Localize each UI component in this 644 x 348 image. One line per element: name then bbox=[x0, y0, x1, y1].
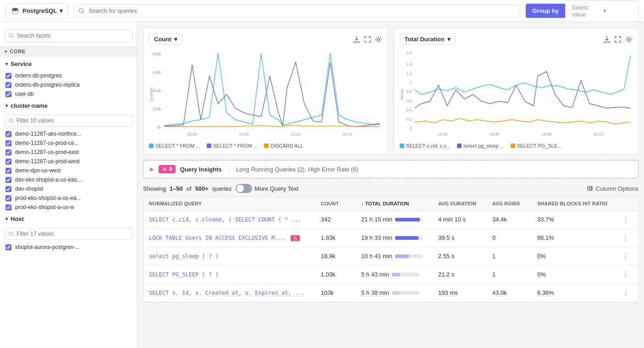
th-total-duration[interactable]: ↓ Total Duration bbox=[361, 201, 435, 206]
showing-suffix: queries bbox=[212, 185, 232, 192]
search-facets-input[interactable] bbox=[17, 33, 128, 39]
list-item[interactable]: shopist-aurora-postgres-... bbox=[0, 243, 137, 252]
duration-bar-wrap-0 bbox=[395, 218, 423, 221]
host-cb-0[interactable] bbox=[6, 244, 11, 250]
count-chart-legend: SELECT * FROM ... SELECT * FROM ... DISC… bbox=[149, 143, 382, 149]
cluster-cb-2[interactable] bbox=[6, 149, 11, 155]
list-item[interactable]: dev-eks-shopist-a-us-eas... bbox=[0, 175, 137, 184]
service-items: orders-db-postgres orders-db-postgres-re… bbox=[0, 71, 137, 99]
table-row[interactable]: SELECT PG_SLEEP ( ? ) 1.03k 5 h 43 min 2… bbox=[143, 265, 638, 284]
th-avg-duration[interactable]: Avg Duration bbox=[438, 201, 489, 206]
service-subsection[interactable]: ▾ Service bbox=[0, 57, 137, 71]
list-item[interactable]: demo-11287-aks-northce... bbox=[0, 129, 137, 138]
more-query-toggle[interactable] bbox=[236, 184, 252, 193]
core-section-header[interactable]: ▾ CORE bbox=[0, 46, 137, 57]
list-item[interactable]: prod-eks-shopist-a-us-ea... bbox=[0, 193, 137, 203]
table-row[interactable]: select pg_sleep ( ? ) 18.9k 10 h 41 min … bbox=[143, 247, 638, 265]
cluster-cb-8[interactable] bbox=[6, 204, 11, 210]
cluster-cb-4[interactable] bbox=[6, 168, 11, 174]
host-filter-wrap[interactable] bbox=[5, 228, 132, 240]
avg-rows-1: 0 bbox=[492, 234, 534, 241]
host-chevron-icon: ▾ bbox=[6, 216, 8, 221]
row-menu-4[interactable]: ⋮ bbox=[619, 288, 633, 297]
list-item[interactable]: demo-dpn-us-west bbox=[0, 166, 137, 175]
list-item[interactable]: orders-db-postgres bbox=[0, 71, 137, 80]
cluster-cb-5[interactable] bbox=[6, 177, 11, 183]
column-options-button[interactable]: Column Options bbox=[587, 185, 638, 192]
svg-text:0: 0 bbox=[409, 126, 412, 131]
insights-icon bbox=[162, 166, 167, 172]
count-chart-title-btn[interactable]: Count ▾ bbox=[149, 33, 182, 45]
cluster-subsection[interactable]: ▾ cluster-name bbox=[0, 99, 137, 113]
list-item[interactable]: dev-shopist bbox=[0, 184, 137, 193]
cluster-cb-7[interactable] bbox=[6, 195, 11, 201]
row-menu-1[interactable]: ⋮ bbox=[619, 233, 633, 242]
duration-chart-title-btn[interactable]: Total Duration ▾ bbox=[400, 33, 456, 45]
duration-bar-wrap-3 bbox=[392, 273, 419, 276]
list-item[interactable]: demo-11287-us-prod-west bbox=[0, 157, 137, 166]
th-count[interactable]: Count bbox=[321, 201, 358, 206]
list-item[interactable]: prod-eks-shopist-a-us-w bbox=[0, 203, 137, 212]
duration-chart-settings-icon[interactable] bbox=[625, 36, 633, 43]
cluster-cb-6[interactable] bbox=[6, 186, 11, 192]
group-by-value: Select value bbox=[572, 4, 600, 18]
group-by-select[interactable]: Select value ▾ bbox=[565, 0, 638, 22]
search-facets-input-wrap[interactable] bbox=[5, 29, 132, 42]
insights-badge: 8 bbox=[159, 165, 176, 173]
count-chart-expand-icon[interactable] bbox=[364, 36, 371, 43]
query-text-0: SELECT c.cid, c.clname, ( SELECT COUNT (… bbox=[149, 216, 317, 223]
service-checkbox-2[interactable] bbox=[6, 91, 11, 97]
service-checkbox-0[interactable] bbox=[6, 73, 11, 79]
th-avg-rows[interactable]: Avg Rows bbox=[492, 201, 534, 206]
host-subsection[interactable]: ▾ Host bbox=[0, 212, 137, 226]
duration-chart-export-icon[interactable] bbox=[603, 36, 611, 43]
row-menu-3[interactable]: ⋮ bbox=[619, 270, 633, 279]
core-chevron-icon: ▾ bbox=[5, 49, 7, 54]
duration-chart-expand-icon[interactable] bbox=[614, 36, 622, 43]
avg-duration-3: 21.2 s bbox=[438, 271, 489, 278]
table-row[interactable]: SELECT s. Id, s. Created_at, s. Expires_… bbox=[143, 284, 638, 302]
count-chart-settings-icon[interactable] bbox=[375, 36, 382, 43]
more-query-toggle-wrap[interactable]: More Query Text bbox=[236, 184, 299, 193]
cluster-cb-3[interactable] bbox=[6, 159, 11, 165]
list-item[interactable]: demo-11287-us-prod-ce... bbox=[0, 138, 137, 148]
service-label: Service bbox=[11, 61, 32, 67]
service-name-0: orders-db-postgres bbox=[15, 72, 61, 79]
cluster-filter-input[interactable] bbox=[17, 117, 128, 124]
db-label: PostgreSQL bbox=[22, 7, 57, 14]
legend-label-2: DISCARD ALL bbox=[270, 143, 303, 149]
duration-bar-wrap-1 bbox=[395, 236, 423, 240]
list-item[interactable]: orders-db-postgres-replica bbox=[0, 80, 137, 89]
search-facets-icon bbox=[9, 33, 14, 39]
query-text-2: select pg_sleep ( ? ) bbox=[149, 253, 317, 260]
service-checkbox-1[interactable] bbox=[6, 82, 11, 88]
list-item[interactable]: user-db bbox=[0, 89, 137, 99]
query-search-bar[interactable] bbox=[73, 4, 520, 17]
search-input[interactable] bbox=[88, 7, 515, 14]
legend-label-0: SELECT * FROM ... bbox=[155, 143, 200, 149]
db-selector[interactable]: PostgreSQL ▾ bbox=[6, 3, 68, 19]
insights-banner[interactable]: ▶ 8 Query Insights | Long Running Querie… bbox=[143, 160, 638, 178]
svg-text:15:30: 15:30 bbox=[438, 132, 447, 137]
row-menu-0[interactable]: ⋮ bbox=[619, 215, 633, 224]
table-row[interactable]: SELECT c.cid, c.clname, ( SELECT COUNT (… bbox=[143, 210, 638, 229]
th-hit-ratio[interactable]: Shared Blocks Hit Ratio bbox=[537, 201, 615, 206]
cluster-label: cluster-name bbox=[11, 102, 48, 109]
duration-bar-0 bbox=[395, 218, 420, 221]
svg-line-3 bbox=[83, 12, 84, 13]
service-chevron-icon: ▾ bbox=[6, 61, 8, 66]
more-query-text: More Query Text bbox=[255, 185, 299, 192]
column-options-label: Column Options bbox=[596, 185, 638, 192]
table-row[interactable]: LOCK TABLE Users IN ACCESS EXCLUSIVE M..… bbox=[143, 229, 638, 247]
row-menu-2[interactable]: ⋮ bbox=[619, 252, 633, 260]
th-hit-ratio-label: Shared Blocks Hit Ratio bbox=[537, 201, 607, 206]
list-item[interactable]: demo-11287-us-prod-east bbox=[0, 148, 137, 157]
cluster-filter-wrap[interactable] bbox=[5, 115, 132, 127]
count-chart-export-icon[interactable] bbox=[353, 36, 360, 43]
legend-dot-r2 bbox=[511, 144, 515, 148]
cluster-name-2: demo-11287-us-prod-east bbox=[15, 149, 79, 155]
cluster-cb-0[interactable] bbox=[6, 131, 11, 137]
cluster-cb-1[interactable] bbox=[6, 140, 11, 146]
duration-cell-4: 5 h 38 min bbox=[361, 289, 435, 296]
host-filter-input[interactable] bbox=[17, 231, 128, 237]
